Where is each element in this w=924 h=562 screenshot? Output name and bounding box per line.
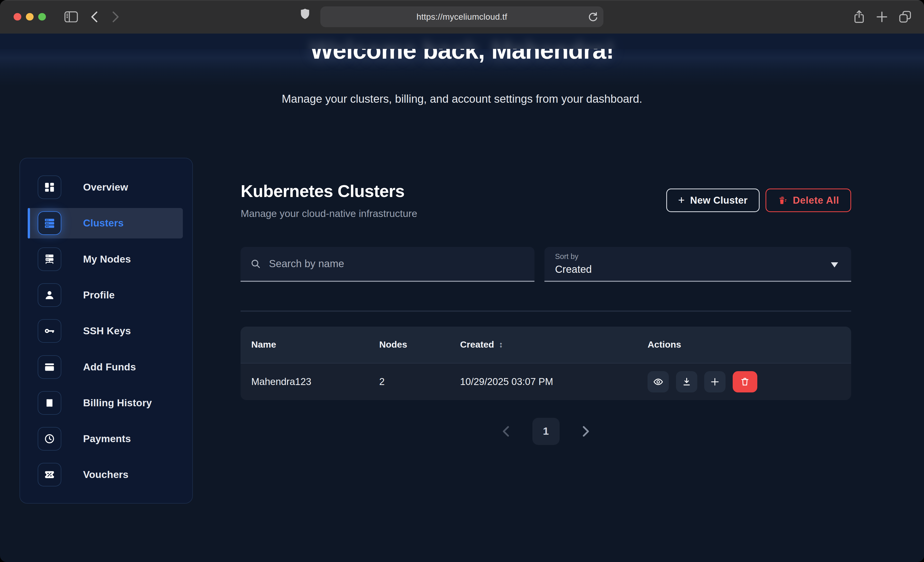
column-header-created[interactable]: Created ↕ xyxy=(460,339,648,350)
tab-overview-icon[interactable] xyxy=(898,10,912,23)
sidebar-item-label: Profile xyxy=(83,290,115,301)
address-bar[interactable]: https://myceliumcloud.tf xyxy=(320,6,603,27)
forward-icon[interactable] xyxy=(112,11,119,22)
sort-arrows-icon: ↕ xyxy=(499,340,503,350)
download-kubeconfig-button[interactable] xyxy=(676,371,697,392)
clusters-main: Kubernetes Clusters Manage your cloud-na… xyxy=(240,158,851,504)
dashboard-sidebar: Overview xyxy=(20,158,193,504)
new-tab-icon[interactable] xyxy=(876,11,888,22)
receipt-icon xyxy=(38,391,61,415)
delete-cluster-button[interactable] xyxy=(733,371,758,392)
pagination: 1 xyxy=(240,418,851,445)
sidebar-item-clusters[interactable]: Clusters xyxy=(28,208,183,239)
page-title: Kubernetes Clusters xyxy=(240,181,417,201)
sidebar-item-label: Clusters xyxy=(83,217,124,229)
close-window-button[interactable] xyxy=(14,13,21,21)
plus-icon: + xyxy=(678,194,685,206)
sidebar-item-label: Vouchers xyxy=(83,469,129,480)
cluster-name-cell: Mahendra123 xyxy=(251,376,379,387)
column-header-actions: Actions xyxy=(648,339,840,350)
back-icon[interactable] xyxy=(91,11,98,22)
new-cluster-label: New Cluster xyxy=(690,195,747,206)
sidebar-item-label: Add Funds xyxy=(83,362,136,373)
eye-icon xyxy=(653,377,663,387)
sidebar-item-add-funds[interactable]: Add Funds xyxy=(20,355,192,379)
hero-top-veil xyxy=(0,34,924,49)
sidebar-item-label: Overview xyxy=(83,182,128,193)
sidebar-item-vouchers[interactable]: Vouchers xyxy=(20,463,192,486)
view-cluster-button[interactable] xyxy=(648,371,669,392)
column-header-nodes: Nodes xyxy=(379,339,460,350)
chevron-right-icon xyxy=(582,426,590,437)
sort-label: Sort by xyxy=(555,252,840,261)
sort-value: Created xyxy=(555,264,840,275)
sidebar-item-payments[interactable]: Payments xyxy=(20,427,192,451)
dashboard-icon xyxy=(38,175,61,199)
sidebar-toggle-icon[interactable] xyxy=(64,11,78,22)
sidebar-item-label: Billing History xyxy=(83,397,152,408)
welcome-hero: Welcome back, Mahendra! Manage your clus… xyxy=(0,34,924,124)
next-page-button[interactable] xyxy=(582,426,590,437)
sidebar-item-overview[interactable]: Overview xyxy=(20,175,192,199)
zoom-window-button[interactable] xyxy=(38,13,46,21)
section-divider xyxy=(240,311,851,312)
sidebar-item-profile[interactable]: Profile xyxy=(20,283,192,307)
credit-card-icon xyxy=(38,355,61,379)
cluster-nodes-cell: 2 xyxy=(379,376,460,387)
trash-icon xyxy=(740,377,750,387)
page-subtitle: Manage your cloud-native infrastructure xyxy=(240,208,417,219)
clusters-table: Name Nodes Created ↕ Actions Mahendra123… xyxy=(240,327,851,400)
privacy-shield-icon[interactable] xyxy=(300,8,310,20)
sidebar-item-ssh-keys[interactable]: SSH Keys xyxy=(20,319,192,343)
sidebar-item-label: My Nodes xyxy=(83,254,131,265)
search-field xyxy=(240,247,534,282)
profile-icon xyxy=(38,283,61,307)
browser-toolbar: https://myceliumcloud.tf xyxy=(0,0,924,34)
table-row: Mahendra123 2 10/29/2025 03:07 PM xyxy=(240,363,851,400)
search-icon xyxy=(250,258,261,269)
sidebar-item-billing-history[interactable]: Billing History xyxy=(20,391,192,415)
cluster-created-cell: 10/29/2025 03:07 PM xyxy=(460,376,648,387)
add-node-button[interactable] xyxy=(704,371,726,392)
plus-icon xyxy=(710,377,720,387)
sidebar-item-label: Payments xyxy=(83,433,131,444)
sidebar-item-label: SSH Keys xyxy=(83,325,131,336)
new-cluster-button[interactable]: + New Cluster xyxy=(666,188,760,212)
trash-icon xyxy=(778,196,788,205)
url-text: https://myceliumcloud.tf xyxy=(417,12,507,22)
browser-window: https://myceliumcloud.tf xyxy=(0,0,924,562)
column-header-name: Name xyxy=(251,339,379,350)
delete-all-label: Delete All xyxy=(793,195,839,206)
share-icon[interactable] xyxy=(853,10,865,24)
clusters-icon xyxy=(38,211,61,235)
search-input[interactable] xyxy=(268,257,525,271)
minimize-window-button[interactable] xyxy=(26,13,34,21)
chevron-left-icon xyxy=(502,426,510,437)
clock-icon xyxy=(38,427,61,451)
download-icon xyxy=(682,377,692,387)
previous-page-button[interactable] xyxy=(502,426,510,437)
sort-select[interactable]: Sort by Created xyxy=(544,247,851,282)
reload-icon[interactable] xyxy=(588,11,598,22)
ticket-icon xyxy=(38,463,61,486)
page-number-button[interactable]: 1 xyxy=(532,418,560,445)
sidebar-item-my-nodes[interactable]: My Nodes xyxy=(20,247,192,271)
chevron-down-icon xyxy=(831,262,838,268)
delete-all-button[interactable]: Delete All xyxy=(765,188,851,212)
key-icon xyxy=(38,319,61,343)
table-header-row: Name Nodes Created ↕ Actions xyxy=(240,327,851,364)
nodes-icon xyxy=(38,247,61,271)
welcome-subtitle: Manage your clusters, billing, and accou… xyxy=(0,93,924,105)
